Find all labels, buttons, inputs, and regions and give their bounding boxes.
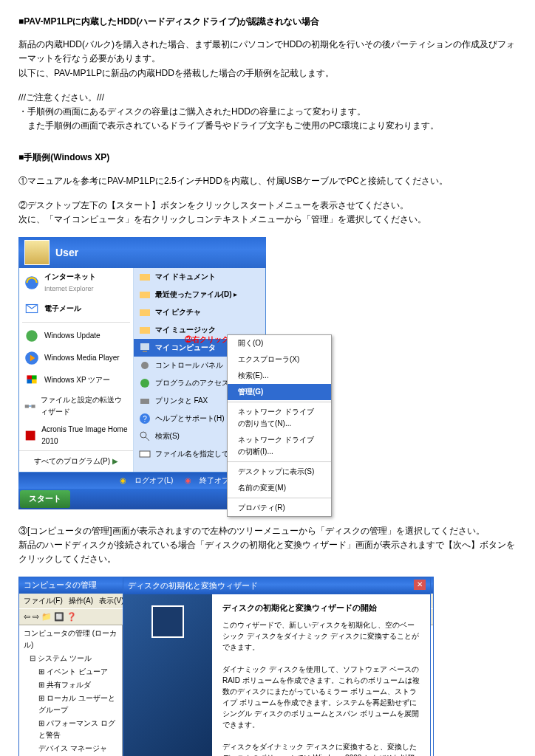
svg-rect-25 [140, 451, 150, 457]
svg-rect-16 [140, 343, 149, 350]
svg-rect-6 [32, 375, 37, 379]
svg-point-2 [26, 330, 37, 341]
cm-tree[interactable]: コンピュータの管理 (ローカル) ⊟ システム ツール ⊞ イベント ビューア … [19, 625, 123, 756]
user-name: User [55, 244, 78, 261]
svg-point-23 [140, 432, 146, 438]
svg-rect-9 [25, 405, 29, 408]
ctx-netdisc[interactable]: ネットワーク ドライブの切断(I)... [228, 432, 331, 460]
svg-point-19 [140, 379, 149, 388]
svg-rect-14 [140, 309, 150, 316]
ctx-manage[interactable]: 管理(G) [228, 384, 331, 400]
start-menu-screenshot: User インターネットInternet Explorer 電子メール Wind… [18, 237, 266, 509]
disk-icon [151, 605, 184, 638]
step1: ①マニュアルを参考にPAV-MP1LPに2.5インチHDDを内蔵し、付属USBケ… [18, 174, 517, 188]
ctx-explorer[interactable]: エクスプローラ(X) [228, 351, 331, 368]
folder-icon [138, 323, 151, 337]
svg-rect-11 [26, 431, 35, 441]
acronis-icon [24, 427, 37, 444]
svg-line-24 [146, 437, 149, 441]
flag-icon [24, 372, 40, 388]
computer-mgmt-screenshot: コンピュータの管理 ▢ ✕ ファイル(F) 操作(A) 表示(V) ウィンドウ(… [18, 577, 434, 756]
ie-icon [24, 275, 40, 291]
gear-icon [138, 359, 151, 372]
intro-para: 新品の内蔵HDD(バルク)を購入された場合、まず最初にパソコンでHDDの初期化を… [18, 38, 517, 80]
tree-perf: ⊞ パフォーマンス ログと警告 [21, 717, 120, 742]
start-right-column: マイ ドキュメント 最近使ったファイル(D) ▸ マイ ピクチャ マイ ミュージ… [134, 268, 265, 472]
tree-systools: ⊟ システム ツール [21, 652, 120, 665]
doc-title: ■PAV-MP1LPに内蔵したHDD(ハードディスクドライブ)が認識されない場合 [18, 15, 517, 29]
tour-item[interactable]: Windows XP ツアー [19, 369, 133, 391]
svg-rect-5 [27, 375, 32, 379]
logoff-button[interactable]: ◉ ログオフ(L) [114, 475, 173, 487]
wizard-content: ディスクの初期化と変換ウィザードの開始 このウィザードで、新しいディスクを初期化… [212, 594, 430, 756]
ie-item[interactable]: インターネットInternet Explorer [19, 268, 133, 298]
tree-shared: ⊞ 共有フォルダ [21, 678, 120, 692]
wizard-heading: ディスクの初期化と変換ウィザードの開始 [222, 602, 420, 614]
svg-rect-17 [143, 351, 147, 352]
svg-rect-12 [140, 274, 150, 281]
update-item[interactable]: Windows Update [19, 325, 133, 347]
search-icon [138, 430, 151, 443]
step3: ③[コンピュータの管理]画面が表示されますので左枠のツリーメニューから「ディスク… [18, 524, 517, 567]
wmp-icon [24, 350, 40, 366]
ctx-props[interactable]: プロパティ(R) [228, 500, 331, 516]
wizard-banner [123, 594, 212, 756]
mypics-item[interactable]: マイ ピクチャ [134, 303, 265, 321]
svg-rect-15 [140, 327, 150, 334]
context-menu: 開く(O) エクスプローラ(X) 検索(E)... 管理(G) ネットワーク ド… [227, 334, 332, 517]
user-avatar [24, 240, 50, 265]
svg-rect-13 [140, 292, 150, 298]
acronis-item[interactable]: Acronis True Image Home 2010 [19, 421, 133, 450]
ctx-rename[interactable]: 名前の変更(M) [228, 480, 331, 496]
folder-icon [138, 270, 151, 284]
run-icon [138, 447, 151, 461]
ctx-open[interactable]: 開く(O) [228, 335, 331, 351]
power-icon: ◉ [185, 476, 191, 484]
printer-icon [138, 394, 151, 408]
tree-root: コンピュータの管理 (ローカル) [21, 627, 120, 652]
mail-icon [24, 300, 40, 317]
folder-icon [138, 306, 151, 319]
transfer-icon [24, 398, 36, 414]
tree-eventv: ⊞ イベント ビューア [21, 665, 120, 678]
start-button[interactable]: スタート [20, 490, 70, 508]
chevron-right-icon: ▶ [112, 456, 118, 467]
close-icon[interactable]: ✕ [414, 580, 426, 590]
svg-rect-8 [32, 379, 37, 384]
access-icon [138, 377, 151, 390]
user-bar: User [18, 237, 266, 268]
mail-item[interactable]: 電子メール [19, 298, 133, 320]
folder-icon [138, 288, 151, 301]
step2: ②デスクトップ左下の【スタート】ボタンをクリックしスタートメニューを表示させてく… [18, 199, 517, 227]
all-programs[interactable]: すべてのプログラム(P) ▶ [19, 450, 133, 472]
svg-point-18 [141, 362, 149, 369]
wmp-item[interactable]: Windows Media Player [19, 347, 133, 369]
anno-rightclick: ②右クリック [185, 334, 229, 346]
ctx-search[interactable]: 検索(E)... [228, 368, 331, 384]
start-left-column: インターネットInternet Explorer 電子メール Windows U… [19, 268, 134, 472]
caution-block: ///ご注意ください。/// ・手順例の画面にあるディスクの容量はご購入されたH… [18, 91, 517, 134]
ctx-netdrive[interactable]: ネットワーク ドライブの割り当て(N)... [228, 404, 331, 432]
globe-icon [24, 328, 40, 344]
help-icon: ? [138, 412, 151, 425]
key-icon: ◉ [120, 476, 126, 484]
procedure-heading: ■手順例(Windows XP) [18, 151, 517, 165]
svg-rect-7 [27, 379, 32, 384]
tree-devmgr: デバイス マネージャ [21, 742, 120, 755]
init-wizard-dialog: ディスクの初期化と変換ウィザード ✕ ディスクの初期化と変換ウィザードの開始 こ… [123, 577, 431, 756]
mydocs-item[interactable]: マイ ドキュメント [134, 268, 265, 286]
computer-icon [138, 341, 151, 354]
svg-rect-10 [31, 405, 35, 408]
svg-text:?: ? [143, 415, 147, 423]
wizard-item[interactable]: ファイルと設定の転送ウィザード [19, 391, 133, 421]
recent-item[interactable]: 最近使ったファイル(D) ▸ [134, 286, 265, 303]
svg-rect-20 [140, 399, 149, 404]
wizard-titlebar: ディスクの初期化と変換ウィザード ✕ [123, 578, 430, 594]
tree-users: ⊞ ローカル ユーザーとグループ [21, 692, 120, 717]
ctx-desktop[interactable]: デスクトップに表示(S) [228, 464, 331, 480]
